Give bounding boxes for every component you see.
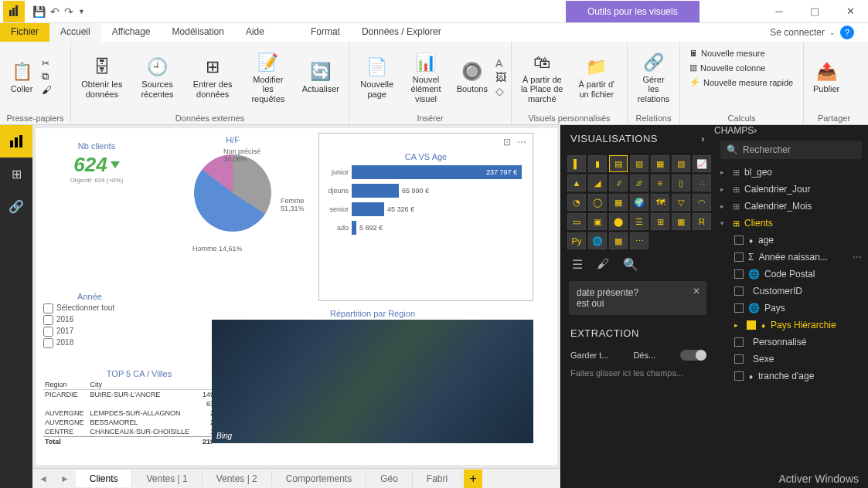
qat-dropdown-icon[interactable]: ▼ bbox=[78, 8, 85, 15]
field-annee-naissance[interactable]: ΣAnnée naissan...⋯ bbox=[714, 249, 868, 266]
slicer-2017[interactable]: 2017 bbox=[43, 326, 136, 337]
pie-chart-hf[interactable]: H/F Non précisé 34,08% Femme 51,31% Homm… bbox=[151, 133, 314, 287]
viz-treemap[interactable]: ▦ bbox=[609, 194, 628, 211]
viz-multicard[interactable]: ▣ bbox=[588, 213, 607, 230]
close-button[interactable]: ✕ bbox=[832, 0, 868, 23]
viz-donut[interactable]: ◯ bbox=[588, 194, 607, 211]
page-tab[interactable]: Ventes | 1 bbox=[132, 470, 202, 487]
map-repartition[interactable]: Répartition par Région Bing bbox=[212, 307, 533, 445]
viz-card[interactable]: ▭ bbox=[567, 213, 586, 230]
slicer-2018[interactable]: 2018 bbox=[43, 337, 136, 349]
slicer-2016[interactable]: 2016 bbox=[43, 314, 136, 326]
table-row[interactable]: AUVERGNEBESSAMOREL2 078 € bbox=[43, 418, 235, 427]
copy-icon[interactable]: ⧉ bbox=[42, 70, 52, 83]
page-tab[interactable]: Fabri bbox=[413, 470, 462, 487]
format-painter-icon[interactable]: 🖌 bbox=[42, 84, 52, 96]
viz-arcgis[interactable]: 🌐 bbox=[588, 232, 607, 249]
viz-map[interactable]: 🌍 bbox=[630, 194, 648, 211]
fields-mode-icon[interactable]: ☰ bbox=[572, 257, 583, 272]
table-calendrier-jour[interactable]: ▸⊞Calendrier_Jour bbox=[714, 181, 868, 198]
undo-icon[interactable]: ↶ bbox=[50, 5, 60, 18]
viz-filled-map[interactable]: 🗺 bbox=[651, 194, 669, 211]
field-sexe[interactable]: Sexe bbox=[714, 351, 868, 368]
field-age[interactable]: ⬧age bbox=[714, 232, 868, 249]
cut-icon[interactable]: ✂ bbox=[42, 58, 52, 69]
more-options-icon[interactable]: ⋯ bbox=[517, 137, 526, 147]
viz-line[interactable]: 📈 bbox=[693, 155, 711, 172]
save-icon[interactable]: 💾 bbox=[32, 5, 46, 18]
field-personnalise[interactable]: Personnalisé bbox=[714, 334, 868, 351]
viz-stacked-column[interactable]: ▮ bbox=[588, 155, 607, 172]
viz-clustered-bar[interactable]: ▤ bbox=[609, 155, 628, 172]
nav-data[interactable]: ⊞ bbox=[0, 158, 32, 190]
sign-in[interactable]: Se connecter ⌄ ? bbox=[762, 23, 868, 42]
page-tab[interactable]: Comportements bbox=[272, 470, 366, 487]
viz-r[interactable]: R bbox=[693, 213, 711, 230]
viz-matrix[interactable]: ▦ bbox=[672, 213, 690, 230]
tab-modelisation[interactable]: Modélisation bbox=[162, 23, 235, 42]
viz-stacked-bar[interactable]: ▌ bbox=[567, 155, 586, 172]
viz-table[interactable]: ⊞ bbox=[651, 213, 669, 230]
report-canvas[interactable]: Nb clients 624 Objectif: 624 (+0%) H/F N… bbox=[36, 128, 557, 465]
viz-stacked-area[interactable]: ◢ bbox=[588, 175, 607, 191]
fields-search[interactable]: 🔍 Rechercher bbox=[720, 141, 862, 159]
viz-custom1[interactable]: ▩ bbox=[609, 232, 628, 249]
bar-chart-ca-age[interactable]: ⊡ ⋯ CA VS Age junior237 797 € djeuns65 9… bbox=[318, 133, 533, 301]
tab-aide[interactable]: Aide bbox=[235, 23, 275, 42]
page-prev[interactable]: ◄ bbox=[32, 473, 54, 484]
kpi-nbclients[interactable]: Nb clients 624 Objectif: 624 (+0%) bbox=[46, 139, 147, 184]
table-top5[interactable]: TOP 5 CA / Villes RegionCityCA FR PICARD… bbox=[43, 368, 235, 446]
filter-remove-icon[interactable]: ✕ bbox=[693, 286, 700, 297]
quick-measure-button[interactable]: ⚡Nouvelle mesure rapide bbox=[686, 76, 796, 88]
slicer-annee[interactable]: Année Sélectionner tout 2016 2017 2018 bbox=[43, 290, 136, 349]
shapes-icon[interactable]: ◇ bbox=[495, 85, 506, 97]
new-measure-button[interactable]: 🖩Nouvelle mesure bbox=[686, 48, 768, 59]
viz-combo1[interactable]: ⫽ bbox=[609, 175, 628, 191]
table-clients[interactable]: ▾⊞Clients bbox=[714, 215, 868, 232]
viz-100-col[interactable]: ▧ bbox=[672, 155, 690, 172]
viz-ribbon[interactable]: ≡ bbox=[651, 175, 669, 191]
tab-accueil[interactable]: Accueil bbox=[49, 23, 101, 42]
viz-combo2[interactable]: ⫻ bbox=[630, 175, 648, 191]
buttons-button[interactable]: 🔘Boutons bbox=[452, 58, 492, 95]
format-mode-icon[interactable]: 🖌 bbox=[597, 257, 609, 272]
focus-mode-icon[interactable]: ⊡ bbox=[503, 137, 511, 147]
marketplace-button[interactable]: 🛍À partir de la Place de marché bbox=[516, 49, 568, 104]
publish-button[interactable]: 📤Publier bbox=[808, 58, 844, 95]
image-icon[interactable]: 🖼 bbox=[495, 71, 506, 83]
edit-queries-button[interactable]: 📝Modifier les requêtes bbox=[242, 49, 294, 104]
tab-affichage[interactable]: Affichage bbox=[101, 23, 162, 42]
get-data-button[interactable]: 🗄Obtenir les données bbox=[76, 53, 128, 100]
tab-donnees-explorer[interactable]: Données / Explorer bbox=[351, 23, 452, 42]
field-tranche-age[interactable]: ⬧tranche d'age bbox=[714, 368, 868, 385]
manage-relations-button[interactable]: 🔗Gérer les relations bbox=[632, 49, 675, 104]
viz-waterfall[interactable]: ▯ bbox=[672, 175, 690, 191]
table-row[interactable]: CENTRECHANCEAUX-SUR-CHOISILLE1 927 € bbox=[43, 427, 235, 437]
field-code-postal[interactable]: 🌐Code Postal bbox=[714, 266, 868, 283]
table-calendrier-mois[interactable]: ▸⊞Calendrier_Mois bbox=[714, 198, 868, 215]
viz-clustered-column[interactable]: ▥ bbox=[630, 155, 648, 172]
viz-gauge[interactable]: ◠ bbox=[693, 194, 711, 211]
new-column-button[interactable]: ▥Nouvelle colonne bbox=[686, 62, 768, 73]
nav-report[interactable] bbox=[0, 125, 32, 158]
map-graphic[interactable]: Bing bbox=[212, 320, 533, 443]
viz-kpi[interactable]: ⬤ bbox=[609, 213, 628, 230]
collapse-icon[interactable]: › bbox=[701, 133, 705, 144]
page-next[interactable]: ► bbox=[54, 473, 76, 484]
table-row[interactable]: 63 865 € bbox=[43, 399, 235, 408]
table-row[interactable]: AUVERGNELEMPDES-SUR-ALLAGNON2 637 € bbox=[43, 408, 235, 418]
fromfile-button[interactable]: 📁À partir d' un fichier bbox=[571, 53, 623, 100]
table-row[interactable]: PICARDIEBUIRE-SUR-L'ANCRE149 014 € bbox=[43, 390, 235, 400]
tab-format[interactable]: Format bbox=[300, 23, 351, 42]
redo-icon[interactable]: ↷ bbox=[64, 5, 73, 18]
paste-button[interactable]: 📋 Coller bbox=[5, 58, 39, 95]
textbox-icon[interactable]: A bbox=[495, 57, 506, 69]
table-bigeo[interactable]: ▸⊞bl_geo bbox=[714, 164, 868, 181]
page-tab[interactable]: Ventes | 2 bbox=[203, 470, 272, 487]
refresh-button[interactable]: 🔄Actualiser bbox=[298, 58, 344, 95]
filter-card[interactable]: ✕ date présente? est oui bbox=[569, 281, 706, 315]
field-pays[interactable]: 🌐Pays bbox=[714, 300, 868, 317]
enter-data-button[interactable]: ⊞Entrer des données bbox=[186, 53, 239, 100]
viz-slicer[interactable]: ☰ bbox=[630, 213, 648, 230]
help-icon[interactable]: ? bbox=[840, 25, 854, 39]
